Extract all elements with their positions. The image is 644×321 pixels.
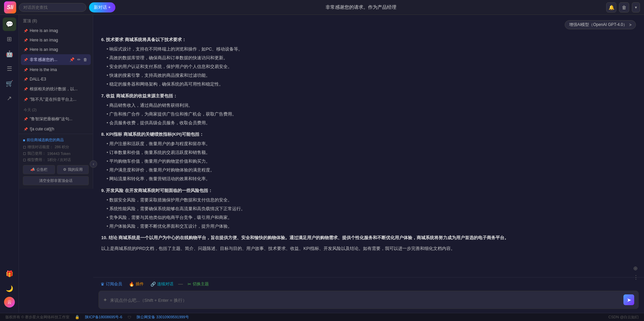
section-8-title: 8. KPI指标 商城系统的关键绩效指标(KPI)可能包括：	[101, 131, 636, 138]
conv-item-text: 非常感谢您的...	[30, 57, 67, 63]
announcement-label: 公告栏	[36, 167, 48, 172]
conv-sidebar: 置顶 (8) 📌 Here is an imag 📌 Here is an im…	[19, 15, 93, 189]
send-button[interactable]: ➤	[623, 294, 634, 305]
list-item[interactable]: 📌 DALL-E3	[21, 74, 91, 84]
list-item[interactable]: 📌 ![a cute cat](h	[21, 124, 91, 134]
chat-input[interactable]	[110, 297, 621, 302]
continuous-toolbar-item[interactable]: 🔗 连续对话	[148, 280, 175, 288]
shop-link[interactable]: ■ 前往商城选购您的商品	[23, 137, 89, 142]
edit-action-btn[interactable]: ✏	[77, 57, 81, 63]
zoom-icon[interactable]: ⊕	[633, 265, 639, 271]
list-item[interactable]: 📌 Here is an imag	[21, 26, 91, 35]
sidebar-item-grid[interactable]: ⊞	[3, 32, 16, 46]
list-item[interactable]: 📌 根据相关的统计数据，以...	[21, 84, 91, 94]
csdn-text: CSDN @白云如幻	[609, 315, 639, 320]
section-6-title: 6. 技术要求 商城系统将具备以下技术要求：	[101, 36, 636, 43]
pin-icon: 📌	[24, 29, 28, 33]
final-note: 以上是商城系统的PRD文档，包括了主题、简介、问题陈述、目标与目的、用户故事、技…	[101, 245, 636, 252]
icp-link[interactable]: 陕ICP备18008695号-6	[85, 315, 122, 320]
sidebar-item-list[interactable]: ☰	[3, 62, 16, 75]
sidebar-item-share[interactable]: ↗	[3, 92, 16, 105]
subscribe-icon: ♛	[101, 282, 105, 287]
stat-quota-label: 增强对话额度：	[27, 145, 53, 150]
search-wrapper	[19, 3, 86, 12]
stat-quota: ◻ 增强对话额度： 286 积分	[23, 145, 89, 150]
subscribe-label: 订阅会员	[106, 281, 122, 287]
conv-item-text: ![a cute cat](h	[30, 127, 88, 131]
chat-area: 增强AI模型（OpenAI GPT-4.0） > 6. 技术要求 商城系统将具备…	[93, 15, 644, 313]
sidebar-item-moon[interactable]: 🌙	[3, 282, 16, 295]
status-bar-left: 版权所有 © 赛步星火金网络科技工作室 🔒 陕ICP备18008695号-6 🛡…	[5, 315, 189, 320]
search-input[interactable]	[19, 3, 86, 12]
list-item: 订单数量和价值，衡量系统的交易活跃度和销售额。	[107, 149, 636, 156]
section-9-title: 9. 开发风险 在开发商城系统时可能面临的一些风险包括：	[101, 187, 636, 194]
more-button[interactable]: ▾	[632, 2, 640, 12]
delete-action-btn[interactable]: 🗑	[83, 57, 88, 63]
list-item-active[interactable]: 📌 非常感谢您的... 📌 ✏ 🗑	[21, 54, 91, 65]
conv-item-text: Here is an imag	[30, 47, 88, 52]
security-link[interactable]: 陕公网安备 33010909591999号	[137, 315, 189, 320]
subscribe-toolbar-item[interactable]: ♛ 订阅会员	[99, 280, 124, 288]
pin-icon: 📌	[24, 38, 28, 42]
stat-token-label: 我已使用：	[27, 151, 46, 156]
trash-button[interactable]: 🗑	[619, 2, 629, 12]
stat-token-value: 196443 Token	[47, 152, 71, 156]
conv-item-text: Here is an imag	[30, 38, 88, 42]
pin-icon: 📌	[24, 77, 28, 81]
list-item: 数据安全风险，需要采取措施保护用户数据和支付信息的安全。	[107, 196, 636, 204]
list-item[interactable]: 📌 Here is an imag	[21, 35, 91, 45]
ai-model-badge[interactable]: 增强AI模型（OpenAI GPT-4.0） >	[565, 20, 636, 29]
pin-action-btn[interactable]: 📌	[69, 57, 75, 63]
announcement-button[interactable]: 📣 公告栏	[23, 165, 55, 174]
copyright-text: 版权所有 © 赛步星火金网络科技工作室	[5, 315, 69, 320]
conv-item-text: 根据相关的统计数据，以...	[30, 86, 88, 92]
plugin-toolbar-item[interactable]: 🔥 插件	[127, 280, 146, 288]
sidebar-item-gift[interactable]: 🎁	[3, 267, 16, 281]
stat-token: ◻ 我已使用： 196443 Token	[23, 151, 89, 156]
ai-model-badge-wrapper: 增强AI模型（OpenAI GPT-4.0） >	[101, 20, 636, 32]
conv-item-text: Here is the ima	[30, 67, 88, 72]
shop-link-text: 前往商城选购您的商品	[27, 137, 64, 142]
pin-icon: 📌	[24, 117, 28, 121]
sidebar-item-cart[interactable]: 🛒	[3, 77, 16, 90]
pin-icon: 📌	[24, 48, 28, 52]
side-actions: ⊕ ⋮	[633, 265, 639, 277]
list-item: 商品销售收入，通过商品的销售获得利润。	[107, 102, 636, 109]
list-item: 会员服务收费，提供高级会员服务，收取会员费用。	[107, 119, 636, 127]
my-apps-button[interactable]: ⚙ 我的应用	[57, 165, 89, 174]
ai-model-arrow: >	[629, 23, 632, 27]
list-item[interactable]: 📌 Here is the ima	[21, 65, 91, 74]
list-item[interactable]: 📌 "鲁智深把垂杨柳"这句...	[21, 114, 91, 124]
list-item: 用户注册和活跃度，衡量用户的参与程度和留存率。	[107, 140, 636, 148]
list-item: 响应式设计，支持在不同终端上的浏览和操作，如PC、移动设备等。	[107, 45, 636, 53]
pinned-section-header: 置顶 (8)	[19, 15, 93, 26]
avatar[interactable]: 云	[4, 297, 15, 308]
stat-cost-label: 模型费用：	[27, 157, 46, 162]
pin-icon: 📌	[24, 58, 28, 62]
status-bar-right: CSDN @白云如幻	[609, 315, 639, 320]
list-item[interactable]: 📌 "陈不凡"是在抖音平台上...	[21, 94, 91, 105]
sidebar-item-robot[interactable]: 🤖	[3, 47, 16, 61]
apps-icon: ⚙	[63, 167, 66, 172]
theme-toolbar-item[interactable]: ✂ 切换主题	[186, 280, 211, 288]
more-icon[interactable]: ⋮	[633, 274, 639, 277]
continuous-icon: 🔗	[150, 282, 156, 287]
clear-sessions-button[interactable]: 清空全部非置顶会话	[23, 176, 89, 185]
sidebar-item-chat[interactable]: 💬	[3, 18, 16, 31]
icon-sidebar: 💬 ⊞ 🤖 ☰ 🛒 ↗ 🎁 🌙 云	[0, 15, 19, 313]
pin-icon: 📌	[24, 87, 28, 91]
section-7-title: 7. 收益 商城系统的收益来源主要包括：	[101, 92, 636, 100]
status-bar: 版权所有 © 赛步星火金网络科技工作室 🔒 陕ICP备18008695号-6 🛡…	[0, 313, 644, 321]
input-sparkle-icon: ✦	[103, 297, 107, 303]
chat-input-box: ✦ ➤	[99, 291, 639, 309]
chat-messages: 增强AI模型（OpenAI GPT-4.0） > 6. 技术要求 商城系统将具备…	[93, 15, 644, 277]
list-item[interactable]: 📌 Here is an imag	[21, 45, 91, 54]
plugin-label: 插件	[136, 281, 144, 287]
topbar: Sli 新对话 + 非常感谢您的请求。作为产品经理 🔔 🗑 ▾	[0, 0, 644, 15]
bell-button[interactable]: 🔔	[606, 2, 616, 12]
new-chat-button[interactable]: 新对话 +	[89, 2, 115, 12]
send-icon: ➤	[627, 297, 631, 303]
sidebar-footer: ■ 前往商城选购您的商品 ◻ 增强对话额度： 286 积分 ◻ 我已使用： 19…	[19, 134, 93, 189]
topbar-actions: 🔔 🗑 ▾	[606, 2, 640, 12]
collapse-sidebar-button[interactable]: ‹	[90, 160, 97, 168]
